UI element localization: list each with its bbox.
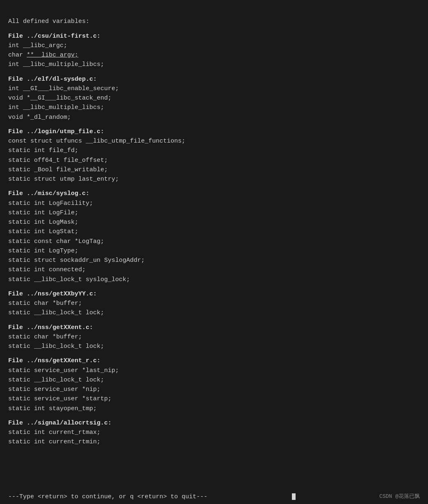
terminal-line: static int LogFacility; bbox=[8, 199, 420, 208]
terminal-line: static int LogType; bbox=[8, 246, 420, 256]
terminal-line bbox=[8, 27, 420, 32]
terminal-line: static __libc_lock_t lock; bbox=[8, 375, 420, 385]
terminal-line: static __libc_lock_t syslog_lock; bbox=[8, 275, 420, 284]
terminal-line bbox=[8, 122, 420, 127]
terminal-line: void *__GI___libc_stack_end; bbox=[8, 93, 420, 103]
terminal-line: const struct utfuncs __libc_utmp_file_fu… bbox=[8, 136, 420, 146]
terminal-line: static service_user *startp; bbox=[8, 394, 420, 404]
terminal-line: static char *buffer; bbox=[8, 299, 420, 308]
terminal-line: All defined variables: bbox=[8, 17, 420, 26]
terminal-line: static int current_rtmax; bbox=[8, 428, 420, 437]
terminal-line: File ../elf/dl-sysdep.c: bbox=[8, 75, 420, 84]
terminal-line: static char *buffer; bbox=[8, 332, 420, 342]
terminal-line bbox=[8, 351, 420, 356]
terminal-line bbox=[8, 318, 420, 323]
terminal-line: int __libc_multiple_libcs; bbox=[8, 60, 420, 69]
terminal-line: static int LogMask; bbox=[8, 218, 420, 227]
terminal-line bbox=[8, 413, 420, 418]
terminal-line: static int current_rtmin; bbox=[8, 437, 420, 447]
terminal-line bbox=[8, 70, 420, 75]
terminal-line: static __libc_lock_t lock; bbox=[8, 342, 420, 351]
bottom-bar: ---Type <return> to continue, or q <retu… bbox=[0, 490, 428, 504]
bottom-prompt: ---Type <return> to continue, or q <retu… bbox=[8, 492, 207, 502]
terminal-line bbox=[8, 184, 420, 189]
terminal-line: File ../login/utmp_file.c: bbox=[8, 127, 420, 136]
terminal-line: static int LogFile; bbox=[8, 208, 420, 218]
terminal-line: int __libc_multiple_libcs; bbox=[8, 103, 420, 112]
terminal-line bbox=[8, 284, 420, 289]
terminal-line: static int LogStat; bbox=[8, 227, 420, 236]
terminal-line: File ../misc/syslog.c: bbox=[8, 189, 420, 198]
terminal-line: static int connected; bbox=[8, 265, 420, 275]
terminal-line: static off64_t file_offset; bbox=[8, 156, 420, 165]
terminal-line: int __libc_argc; bbox=[8, 41, 420, 50]
terminal-line: static struct sockaddr_un SyslogAddr; bbox=[8, 256, 420, 265]
terminal-line: File ../nss/getXXent.c: bbox=[8, 323, 420, 332]
terminal-line: static __libc_lock_t lock; bbox=[8, 308, 420, 318]
terminal-line: File ../csu/init-first.c: bbox=[8, 32, 420, 41]
terminal-output: All defined variables: File ../csu/init-… bbox=[8, 7, 420, 447]
watermark: CSDN @花落已飘 bbox=[379, 493, 420, 501]
terminal-line: File ../signal/allocrtsig.c: bbox=[8, 418, 420, 428]
terminal-line: static service_user *nip; bbox=[8, 385, 420, 394]
terminal-line: static struct utmp last_entry; bbox=[8, 175, 420, 184]
terminal-line: static int stayopen_tmp; bbox=[8, 404, 420, 413]
terminal-line: File ../nss/getXXbyYY.c: bbox=[8, 289, 420, 299]
terminal-line: int __GI___libc_enable_secure; bbox=[8, 84, 420, 93]
terminal-line: static const char *LogTag; bbox=[8, 237, 420, 246]
terminal-line: File ../nss/getXXent_r.c: bbox=[8, 356, 420, 366]
terminal-line: static int file_fd; bbox=[8, 146, 420, 155]
terminal-cursor bbox=[292, 493, 296, 500]
terminal-line: void *_dl_random; bbox=[8, 113, 420, 122]
terminal-line: static service_user *last_nip; bbox=[8, 366, 420, 375]
terminal-line: static _Bool file_writable; bbox=[8, 165, 420, 175]
terminal-line: char **__libc_argv; bbox=[8, 50, 420, 60]
